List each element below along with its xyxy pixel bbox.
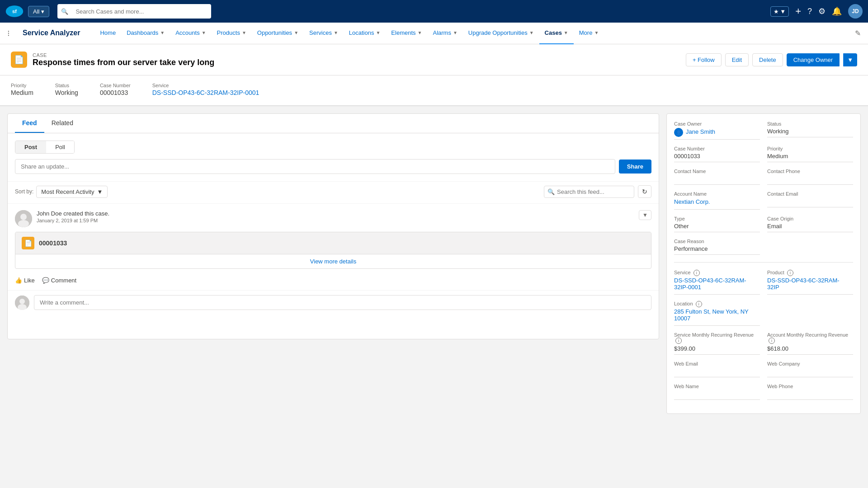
location-value: 285 Fulton St, New York, NY 10007 ✎ xyxy=(674,308,760,326)
tab-post[interactable]: Post xyxy=(15,141,46,153)
nav-item-accounts[interactable]: Accounts ▼ xyxy=(170,23,211,44)
comment-button[interactable]: 💬 Comment xyxy=(42,277,76,284)
svg-point-6 xyxy=(19,299,25,304)
case-header-actions: + Follow Edit Delete Change Owner ▼ xyxy=(686,53,857,66)
contact-name-value: ✎ xyxy=(674,175,760,185)
case-card-header: 📄 00001033 xyxy=(15,232,651,254)
follow-button[interactable]: + Follow xyxy=(686,53,722,66)
svg-point-4 xyxy=(18,220,29,227)
feed-item-timestamp: January 2, 2019 at 1:59 PM xyxy=(37,218,109,223)
detail-divider xyxy=(674,262,853,263)
case-title-row: 📄 Case Response times from our server ta… xyxy=(11,52,857,68)
detail-row-contact: Contact Name ✎ Contact Phone ✎ xyxy=(674,169,853,185)
delete-button[interactable]: Delete xyxy=(752,53,783,66)
case-header-left: 📄 Case Response times from our server ta… xyxy=(11,52,214,68)
nav-item-upgrade-opportunities[interactable]: Upgrade Opportunities ▼ xyxy=(463,23,539,44)
feed-user-link[interactable]: John Doe xyxy=(37,210,62,217)
search-icon: 🔍 xyxy=(547,188,555,195)
search-scope-dropdown[interactable]: All ▾ xyxy=(28,6,49,17)
detail-row-service-product: Service i DS-SSD-OP43-6C-32RAM-32IP-0001… xyxy=(674,270,853,295)
detail-row-account-email: Account Name Nextian Corp. ✎ Contact Ema… xyxy=(674,191,853,210)
sort-dropdown[interactable]: Most Recent Activity ▼ xyxy=(36,186,108,198)
case-icon: 📄 xyxy=(11,52,27,68)
app-grid-icon[interactable]: ⁝ xyxy=(7,28,10,38)
nav-item-home[interactable]: Home xyxy=(94,23,121,44)
feed-controls: Sort by: Most Recent Activity ▼ 🔍 ↻ xyxy=(8,181,659,203)
case-card-footer: View more details xyxy=(15,254,651,268)
service-info-icon[interactable]: i xyxy=(693,270,700,276)
nav-item-more[interactable]: More ▼ xyxy=(574,23,604,44)
detail-service-mrr: Service Monthly Recurring Revenue i $399… xyxy=(674,332,760,355)
svg-point-3 xyxy=(20,214,27,220)
location-link[interactable]: 285 Fulton St, New York, NY 10007 xyxy=(674,308,755,324)
settings-button[interactable]: ⚙ xyxy=(818,6,826,16)
nav-item-dashboards[interactable]: Dashboards ▼ xyxy=(121,23,170,44)
meta-priority: Priority Medium xyxy=(11,83,33,96)
nav-edit-icon[interactable]: ✎ xyxy=(855,29,861,38)
service-link[interactable]: DS-SSD-OP43-6C-32RAM-32IP-0001 xyxy=(674,277,755,292)
product-info-icon[interactable]: i xyxy=(787,270,793,276)
tab-feed[interactable]: Feed xyxy=(15,114,44,133)
refresh-button[interactable]: ↻ xyxy=(638,185,651,198)
feed-item-text: John Doe created this case. January 2, 2… xyxy=(37,210,109,223)
chevron-down-icon: ▼ xyxy=(418,30,422,35)
feed-search-input[interactable] xyxy=(544,186,634,198)
user-avatar[interactable]: JD xyxy=(848,4,863,19)
global-search-input[interactable] xyxy=(75,8,208,15)
web-email-value: ✎ xyxy=(674,367,760,377)
case-number-detail-value: 00001033 ✎ xyxy=(674,152,760,162)
account-mrr-info-icon[interactable]: i xyxy=(769,338,775,344)
change-owner-dropdown-button[interactable]: ▼ xyxy=(843,53,857,66)
like-button[interactable]: 👍 Like xyxy=(15,277,35,284)
owner-name-link[interactable]: Jane Smith xyxy=(686,127,715,137)
detail-case-origin: Case Origin Email ✎ xyxy=(767,216,853,232)
share-button[interactable]: Share xyxy=(619,160,651,174)
help-button[interactable]: ? xyxy=(807,7,812,16)
detail-row-location: Location i 285 Fulton St, New York, NY 1… xyxy=(674,301,853,326)
add-button[interactable]: + xyxy=(795,5,801,17)
main-layout: Feed Related Post Poll Share Sort by: Mo… xyxy=(0,106,868,421)
chevron-down-icon: ▼ xyxy=(160,30,165,35)
case-header: 📄 Case Response times from our server ta… xyxy=(0,44,868,75)
nav-item-locations[interactable]: Locations ▼ xyxy=(344,23,386,44)
tab-related[interactable]: Related xyxy=(44,114,80,133)
detail-type: Type Other ✎ xyxy=(674,216,760,232)
nav-item-alarms[interactable]: Alarms ▼ xyxy=(427,23,462,44)
view-more-details-link[interactable]: View more details xyxy=(310,258,356,265)
account-mrr-value: $618.00 ✎ xyxy=(767,345,853,355)
change-owner-button[interactable]: Change Owner xyxy=(787,53,840,66)
product-value: DS-SSD-OP43-6C-32RAM-32IP ✎ xyxy=(767,277,853,295)
share-update-input[interactable] xyxy=(15,159,615,174)
comment-input-row xyxy=(8,290,659,317)
thumbs-up-icon: 👍 xyxy=(15,277,22,284)
nav-item-services[interactable]: Services ▼ xyxy=(304,23,344,44)
feed-item-expand-button[interactable]: ▼ xyxy=(639,210,651,220)
service-mrr-info-icon[interactable]: i xyxy=(675,338,682,344)
share-update-row: Share xyxy=(8,159,659,181)
product-link[interactable]: DS-SSD-OP43-6C-32RAM-32IP xyxy=(767,277,849,292)
tab-poll[interactable]: Poll xyxy=(46,141,74,153)
location-info-icon[interactable]: i xyxy=(696,301,702,307)
case-breadcrumb: Case xyxy=(33,52,214,58)
feed-actions: 👍 Like 💬 Comment xyxy=(15,273,651,284)
account-name-link[interactable]: Nextian Corp. xyxy=(674,197,710,207)
comment-input[interactable] xyxy=(34,295,651,310)
account-name-value: Nextian Corp. ✎ xyxy=(674,197,760,210)
favorites-button[interactable]: ★ ▼ xyxy=(770,6,789,17)
case-owner-value: 👤 Jane Smith ✎ xyxy=(674,127,760,140)
case-meta: Priority Medium Status Working Case Numb… xyxy=(0,75,868,106)
edit-button[interactable]: Edit xyxy=(725,53,749,66)
notifications-button[interactable]: 🔔 xyxy=(832,6,842,16)
detail-location: Location i 285 Fulton St, New York, NY 1… xyxy=(674,301,760,326)
nav-item-elements[interactable]: Elements ▼ xyxy=(386,23,427,44)
nav-item-cases[interactable]: Cases ▼ xyxy=(539,23,574,44)
service-value-link[interactable]: DS-SSD-OP43-6C-32RAM-32IP-0001 xyxy=(152,89,259,96)
contact-email-value: ✎ xyxy=(767,197,853,207)
feed-user-avatar xyxy=(15,210,32,227)
nav-item-opportunities[interactable]: Opportunities ▼ xyxy=(252,23,304,44)
status-value: Working xyxy=(55,89,78,96)
nav-item-products[interactable]: Products ▼ xyxy=(212,23,252,44)
top-bar-right: ★ ▼ + ? ⚙ 🔔 JD xyxy=(770,4,863,19)
chevron-down-icon: ▼ xyxy=(453,30,458,35)
salesforce-logo[interactable]: sf xyxy=(5,2,24,20)
